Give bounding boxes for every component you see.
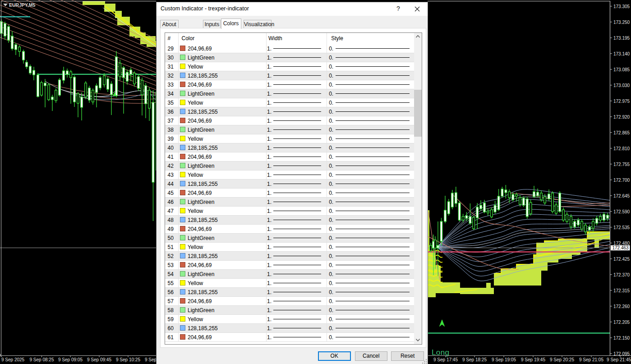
- svg-text:9 Sep 09:05: 9 Sep 09:05: [58, 357, 83, 362]
- svg-text:173.305: 173.305: [613, 4, 630, 9]
- svg-text:173.030: 173.030: [613, 83, 630, 88]
- svg-text:172.755: 172.755: [613, 162, 630, 167]
- svg-text:9 Sep 21:05: 9 Sep 21:05: [579, 357, 603, 362]
- svg-text:9 Sep 17:45: 9 Sep 17:45: [433, 357, 458, 362]
- svg-text:173.085: 173.085: [613, 67, 630, 72]
- svg-text:EURJPY,M5: EURJPY,M5: [9, 2, 36, 8]
- svg-text:172.975: 172.975: [613, 99, 630, 104]
- svg-text:172.260: 172.260: [613, 304, 630, 309]
- svg-text:172.590: 172.590: [613, 209, 630, 214]
- svg-text:9 Sep 08:25: 9 Sep 08:25: [30, 357, 54, 362]
- svg-text:9 Sep 20:25: 9 Sep 20:25: [550, 357, 574, 362]
- svg-text:173.250: 173.250: [613, 20, 630, 25]
- svg-text:172.463: 172.463: [613, 245, 629, 250]
- svg-text:172.920: 172.920: [613, 115, 630, 120]
- svg-text:9 Sep 09:45: 9 Sep 09:45: [87, 357, 111, 362]
- svg-text:172.150: 172.150: [613, 336, 630, 341]
- svg-text:9 Sep 19:05: 9 Sep 19:05: [492, 357, 516, 362]
- svg-text:173.195: 173.195: [613, 36, 630, 41]
- svg-text:9 Sep 21:45: 9 Sep 21:45: [607, 357, 631, 362]
- svg-text:172.205: 172.205: [613, 320, 630, 325]
- svg-text:172.810: 172.810: [613, 146, 630, 151]
- svg-text:172.315: 172.315: [613, 288, 630, 293]
- svg-text:172.370: 172.370: [613, 272, 630, 277]
- svg-text:172.865: 172.865: [613, 130, 630, 135]
- svg-text:172.700: 172.700: [613, 178, 630, 183]
- svg-text:172.425: 172.425: [613, 257, 630, 262]
- svg-text:172.480: 172.480: [613, 241, 630, 246]
- svg-text:9 Sep 2025: 9 Sep 2025: [1, 357, 25, 362]
- svg-text:9 Sep 18:25: 9 Sep 18:25: [462, 357, 487, 362]
- svg-text:9 Sep 10:25: 9 Sep 10:25: [116, 357, 140, 362]
- svg-text:172.535: 172.535: [613, 225, 630, 230]
- svg-text:172.095: 172.095: [613, 351, 630, 356]
- svg-text:172.645: 172.645: [613, 194, 630, 198]
- svg-text:173.140: 173.140: [613, 51, 630, 56]
- svg-text:9 Sep 19:45: 9 Sep 19:45: [521, 357, 545, 362]
